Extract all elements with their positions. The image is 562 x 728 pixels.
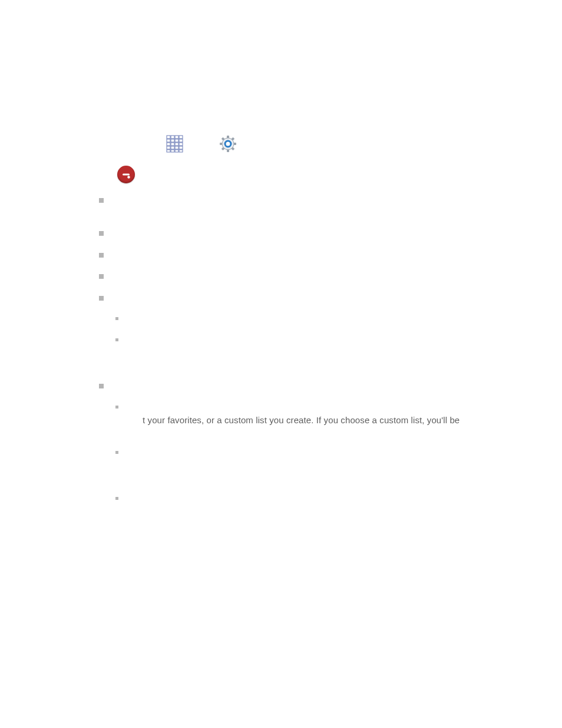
svg-rect-2 (175, 136, 178, 139)
svg-rect-19 (179, 150, 183, 152)
list-sub-bullet (115, 338, 118, 341)
body-text-fragment: t your favorites, or a custom list you c… (143, 414, 459, 426)
gear-icon (219, 135, 237, 153)
list-bullet (99, 384, 104, 388)
svg-rect-14 (175, 146, 178, 149)
svg-rect-1 (171, 136, 174, 139)
svg-rect-15 (179, 146, 183, 149)
svg-rect-5 (171, 139, 174, 142)
svg-rect-10 (175, 143, 178, 146)
svg-rect-4 (167, 139, 170, 142)
svg-rect-8 (167, 143, 170, 146)
svg-rect-9 (171, 143, 174, 146)
svg-rect-7 (179, 139, 183, 142)
list-bullet (99, 231, 104, 236)
list-sub-bullet (115, 497, 118, 500)
svg-point-29 (225, 141, 231, 147)
do-not-disturb-icon (117, 166, 135, 183)
list-bullet (99, 296, 104, 301)
list-bullet (99, 198, 104, 203)
svg-rect-0 (167, 136, 170, 139)
document-page: t your favorites, or a custom list you c… (0, 0, 562, 728)
svg-rect-12 (167, 146, 170, 149)
svg-rect-6 (175, 139, 178, 142)
list-sub-bullet (115, 406, 118, 409)
list-bullet (99, 274, 104, 279)
svg-rect-11 (179, 143, 183, 146)
svg-rect-13 (171, 146, 174, 149)
svg-rect-17 (171, 150, 174, 152)
svg-rect-16 (167, 150, 170, 152)
svg-point-31 (127, 176, 130, 178)
svg-rect-3 (179, 136, 183, 139)
svg-rect-18 (175, 150, 178, 152)
svg-rect-30 (123, 174, 130, 176)
list-sub-bullet (115, 451, 118, 454)
list-bullet (99, 253, 104, 258)
list-sub-bullet (115, 317, 118, 320)
grid-icon (166, 135, 184, 153)
